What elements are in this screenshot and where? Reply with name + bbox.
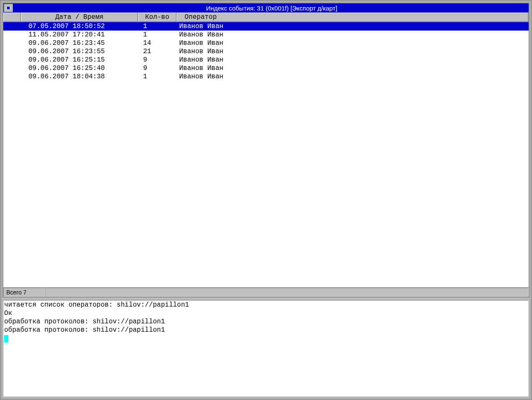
cell-operator: Иванов Иван [177, 31, 529, 39]
table-header: Дата / Время Кол-во Оператор [3, 13, 529, 22]
cell-date: 07.05.2007 18:50:52 [21, 22, 138, 31]
cursor-icon [4, 335, 8, 343]
system-menu-icon [7, 7, 10, 9]
cell-date: 09.06.2007 16:23:55 [21, 47, 138, 56]
cell-blank [3, 22, 21, 31]
cell-blank [3, 64, 21, 72]
cell-blank [3, 39, 21, 47]
system-menu-button[interactable] [4, 4, 13, 12]
cell-blank [3, 72, 21, 81]
table-row[interactable]: 11.05.2007 17:20:411Иванов Иван [3, 31, 529, 39]
column-date[interactable]: Дата / Время [21, 13, 138, 22]
cell-blank [3, 47, 21, 56]
cell-date: 09.06.2007 16:23:45 [21, 39, 138, 47]
column-operator[interactable]: Оператор [177, 13, 529, 22]
table-row[interactable]: 09.06.2007 16:25:159Иванов Иван [3, 56, 529, 64]
cell-date: 09.06.2007 16:25:40 [21, 64, 138, 72]
status-total: Всего 7 [3, 288, 45, 297]
column-blank[interactable] [3, 13, 21, 22]
log-line: Ок [4, 309, 528, 317]
title-bar: Индекс события: 31 (0x001f) [Экспорт д/к… [3, 3, 529, 13]
table-row[interactable]: 07.05.2007 18:50:521Иванов Иван [3, 22, 529, 31]
table-row[interactable]: 09.06.2007 16:23:5521Иванов Иван [3, 47, 529, 56]
table-row[interactable]: 09.06.2007 16:25:409Иванов Иван [3, 64, 529, 72]
cell-date: 09.06.2007 16:25:15 [21, 56, 138, 64]
cell-count: 1 [138, 31, 177, 39]
event-list-panel: Индекс события: 31 (0x001f) [Экспорт д/к… [2, 2, 530, 298]
cell-operator: Иванов Иван [177, 39, 529, 47]
cell-blank [3, 31, 21, 39]
cell-operator: Иванов Иван [177, 64, 529, 72]
column-count[interactable]: Кол-во [138, 13, 177, 22]
cell-count: 21 [138, 47, 177, 56]
table-row[interactable]: 09.06.2007 18:04:381Иванов Иван [3, 72, 529, 81]
cell-operator: Иванов Иван [177, 22, 529, 31]
log-line: читается список операторов: shilov://pap… [4, 301, 528, 309]
log-line: обработка протоколов: shilov://papillon1 [4, 326, 528, 334]
status-empty [45, 288, 529, 297]
cell-operator: Иванов Иван [177, 47, 529, 56]
cell-date: 09.06.2007 18:04:38 [21, 72, 138, 81]
cell-count: 14 [138, 39, 177, 47]
cell-count: 1 [138, 72, 177, 81]
table-body[interactable]: 07.05.2007 18:50:521Иванов Иван11.05.200… [3, 22, 529, 287]
cell-date: 11.05.2007 17:20:41 [21, 31, 138, 39]
cell-count: 9 [138, 56, 177, 64]
cell-operator: Иванов Иван [177, 56, 529, 64]
cell-count: 1 [138, 22, 177, 31]
status-bar: Всего 7 [3, 287, 529, 297]
window-title: Индекс события: 31 (0x001f) [Экспорт д/к… [15, 5, 529, 12]
log-panel[interactable]: читается список операторов: shilov://pap… [2, 299, 530, 398]
log-cursor-line [4, 334, 528, 343]
cell-blank [3, 56, 21, 64]
cell-operator: Иванов Иван [177, 72, 529, 81]
table-row[interactable]: 09.06.2007 16:23:4514Иванов Иван [3, 39, 529, 47]
main-window: Индекс события: 31 (0x001f) [Экспорт д/к… [0, 0, 532, 400]
log-line: обработка протоколов: shilov://papillon1 [4, 317, 528, 326]
cell-count: 9 [138, 64, 177, 72]
